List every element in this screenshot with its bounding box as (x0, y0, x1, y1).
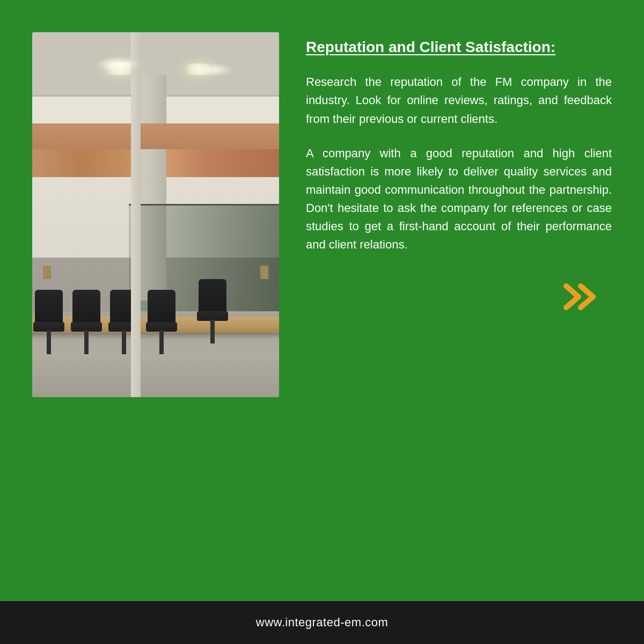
chair-seat (197, 311, 228, 321)
chair-seat (33, 322, 64, 332)
chair-back (35, 290, 63, 325)
floor (32, 311, 279, 397)
image-section (32, 32, 279, 580)
chair-base (210, 319, 215, 343)
ceiling (32, 32, 279, 97)
main-content: Reputation and Client Satisfaction: Rese… (0, 0, 644, 601)
glass-wall (129, 204, 279, 311)
chair-base (122, 330, 126, 354)
ceiling-light-2 (182, 63, 215, 75)
chevron-icon[interactable] (564, 281, 606, 313)
footer-url[interactable]: www.integrated-em.com (256, 616, 388, 630)
chair-base (84, 330, 89, 354)
text-section: Reputation and Client Satisfaction: Rese… (306, 32, 612, 580)
desk (32, 317, 279, 333)
chair-base (159, 330, 164, 354)
wood-strip (32, 134, 279, 177)
chevron-container[interactable] (306, 281, 612, 313)
desk-leg-left (43, 266, 51, 279)
pillar (140, 75, 166, 301)
chair-seat (146, 322, 177, 332)
footer: www.integrated-em.com (0, 601, 644, 644)
chair-back (199, 279, 226, 314)
chair-base (47, 330, 51, 354)
chair-seat (108, 322, 140, 332)
paragraph-1: Research the reputation of the FM compan… (306, 73, 612, 128)
chair-back (110, 290, 138, 325)
chair-back (148, 290, 175, 325)
chair-seat (71, 322, 102, 332)
page-container: Reputation and Client Satisfaction: Rese… (0, 0, 644, 644)
desk-leg-right (260, 266, 268, 279)
chair-back (72, 290, 100, 325)
section-title: Reputation and Client Satisfaction: (306, 38, 612, 57)
back-wall (32, 97, 279, 258)
office-image (32, 32, 279, 397)
ceiling-light-1 (102, 62, 140, 75)
paragraph-2: A company with a good reputation and hig… (306, 144, 612, 254)
